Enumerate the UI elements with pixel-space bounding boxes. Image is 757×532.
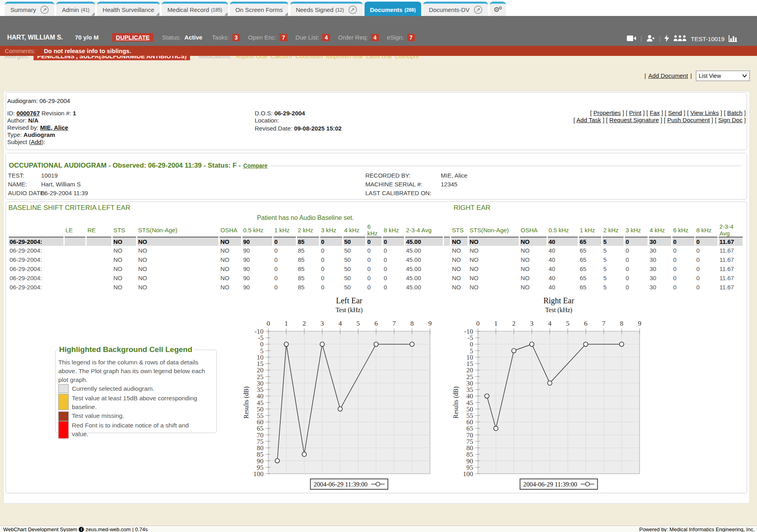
legend-swatch bbox=[58, 421, 69, 439]
left-ear-chart: Left EarTest (kHz)Results (dB)0123456789… bbox=[240, 296, 451, 495]
svg-text:100: 100 bbox=[463, 470, 474, 478]
svg-text:5: 5 bbox=[566, 320, 570, 327]
info-right-row: MACHINE SERIAL #:12345 bbox=[365, 180, 422, 188]
info-left-row: NAME:Hart, William S bbox=[8, 180, 27, 188]
flowsheet-icon[interactable] bbox=[729, 35, 737, 43]
cell-legend-item: Test value missing. bbox=[58, 411, 204, 421]
counter-label: Order Req: bbox=[338, 34, 368, 41]
tab-on-screen-forms[interactable]: On Screen Forms bbox=[230, 2, 288, 16]
doc-properties-link[interactable]: Properties bbox=[593, 109, 620, 116]
duplicate-flag[interactable]: DUPLICATE bbox=[112, 33, 153, 42]
external-link-icon[interactable]: ↗ bbox=[474, 6, 482, 14]
no-baseline-note: Patient has no Audio Baseline set. bbox=[244, 214, 367, 222]
legend-swatch bbox=[58, 411, 69, 421]
baseline-table-header: LERESTSSTS(Non-Age)OSHA0.5 kHz1 kHz2 kHz… bbox=[9, 223, 743, 237]
patient-header-icons: | | TEST-10019 bbox=[627, 34, 737, 43]
doc-type-line: Type: Audiogram bbox=[7, 131, 55, 139]
svg-text:4: 4 bbox=[548, 320, 552, 327]
document-toolbar: | Add Document | List View bbox=[642, 70, 750, 81]
svg-text:8: 8 bbox=[410, 320, 414, 327]
subject-add-link[interactable]: Add bbox=[31, 138, 42, 145]
group-icon[interactable] bbox=[673, 35, 687, 43]
view-select[interactable]: List View bbox=[696, 71, 750, 81]
external-link-icon[interactable]: ↗ bbox=[349, 6, 357, 14]
doc-fax-link[interactable]: Fax bbox=[650, 109, 660, 116]
add-document-link[interactable]: Add Document bbox=[648, 72, 688, 79]
doc-add-task-link[interactable]: Add Task bbox=[577, 117, 601, 123]
svg-text:7: 7 bbox=[392, 320, 396, 327]
svg-text:3: 3 bbox=[530, 320, 534, 327]
doc-sign-doc-link[interactable]: Sign Doc bbox=[718, 117, 743, 123]
svg-text:8: 8 bbox=[620, 320, 624, 327]
doc-view-links-link[interactable]: View Links bbox=[690, 109, 719, 116]
tab-medical-record[interactable]: Medical Record(185) bbox=[162, 2, 228, 16]
comments-text: Do not release info to siblings. bbox=[44, 46, 131, 56]
tab-needs-signed[interactable]: Needs Signed(12)↗ bbox=[290, 2, 363, 16]
comments-bar: Comments: Do not release info to sibling… bbox=[0, 46, 757, 56]
doc-author-line: Author: N/A bbox=[7, 117, 38, 125]
document-actions-row1: [ Properties ] [ Print ] [ Fax ] [ Send … bbox=[590, 109, 746, 117]
external-link-icon[interactable]: ↗ bbox=[40, 6, 49, 14]
doc-batch-link[interactable]: Batch bbox=[727, 109, 742, 116]
cell-legend-item: Test value at least 15dB above correspon… bbox=[58, 394, 204, 411]
baseline-table: LERESTSSTS(Non-Age)OSHA0.5 kHz1 kHz2 kHz… bbox=[8, 223, 744, 292]
tab-health-surveillance[interactable]: Health Surveillance bbox=[97, 2, 160, 16]
svg-text:Test (kHz): Test (kHz) bbox=[545, 307, 573, 314]
separator: | bbox=[659, 35, 660, 42]
legend-swatch bbox=[58, 394, 69, 410]
add-person-icon[interactable] bbox=[646, 35, 655, 43]
counter-badge[interactable]: 7 bbox=[407, 34, 415, 41]
tab-admin[interactable]: Admin(41) bbox=[56, 2, 95, 16]
footer-right: Powered by: Medical Informatics Engineer… bbox=[639, 526, 755, 532]
patient-name: HART, WILLIAM S. bbox=[7, 34, 63, 41]
svg-text:Right Ear: Right Ear bbox=[543, 296, 575, 305]
document-actions-row2: [ Add Task ] [ Request Signature ] [ Pus… bbox=[573, 117, 746, 124]
cell-legend-item: Currently selected audiogram. bbox=[58, 384, 204, 393]
baseline-table-row: 06-29-2004:NONONO900850500045.00NONONO40… bbox=[9, 246, 743, 255]
patient-header: HART, WILLIAM S. 70 y/o M DUPLICATE Stat… bbox=[0, 16, 757, 46]
revised-by-link[interactable]: MIE, Alice bbox=[40, 124, 68, 131]
info-icon[interactable]: i bbox=[79, 527, 84, 532]
counter-badge[interactable]: 3 bbox=[232, 34, 240, 41]
baseline-table-row: 06-29-2004:NONONO900850500045.00NONONO40… bbox=[9, 283, 743, 292]
baseline-table-row: 06-29-2004:NONONO900850500045.00NONONO40… bbox=[9, 255, 743, 264]
svg-text:2: 2 bbox=[512, 320, 516, 327]
counter-label: Tasks: bbox=[212, 34, 229, 41]
audiogram-header: OCCUPATIONAL AUDIOGRAM - Observed: 06-29… bbox=[9, 162, 741, 169]
svg-text:6: 6 bbox=[375, 320, 378, 327]
settings-gear-tab[interactable]: ⚙⚙ bbox=[490, 2, 506, 16]
doc-subject-line: Subject (Add): bbox=[7, 138, 45, 146]
document-id-link[interactable]: 0000767 bbox=[16, 110, 40, 117]
baseline-table-row: 06-29-2004:NONONO900850500045.00NONONO40… bbox=[9, 273, 743, 283]
quick-action-icon[interactable] bbox=[664, 35, 669, 43]
compare-link[interactable]: Compare bbox=[243, 162, 268, 169]
counter-badge[interactable]: 4 bbox=[371, 34, 379, 41]
svg-text:7: 7 bbox=[602, 320, 606, 327]
info-right-row: RECORDED BY:MIE, Alice bbox=[365, 172, 410, 180]
separator: | bbox=[640, 35, 642, 42]
tab-documents[interactable]: Documents(288) bbox=[365, 2, 422, 16]
tab-documents-dv[interactable]: Documents-DV↗ bbox=[423, 2, 488, 16]
doc-request-signature-link[interactable]: Request Signature bbox=[609, 117, 659, 123]
patient-counters: Tasks:3Open Enc:7Due List:4Order Req:4eS… bbox=[204, 34, 415, 41]
video-call-icon[interactable] bbox=[627, 35, 636, 43]
doc-print-link[interactable]: Print bbox=[629, 109, 642, 116]
webchart-app: Summary↗Admin(41)Health SurveillanceMedi… bbox=[0, 0, 757, 532]
baseline-table-row: 06-29-2004:NONONO900850500045.00NONONO40… bbox=[9, 264, 743, 273]
info-left-row: AUDIO DATE:06-29-2004 11:39 bbox=[8, 189, 46, 197]
svg-text:3: 3 bbox=[321, 320, 324, 327]
counter-badge[interactable]: 7 bbox=[279, 34, 287, 41]
counter-badge[interactable]: 4 bbox=[322, 34, 330, 41]
doc-send-link[interactable]: Send bbox=[668, 109, 682, 116]
comments-label: Comments: bbox=[5, 46, 36, 56]
doc-location-line: Location: bbox=[255, 117, 279, 125]
counter-label: Due List: bbox=[295, 34, 319, 41]
svg-text:4: 4 bbox=[339, 320, 342, 327]
svg-text:Results (dB): Results (dB) bbox=[243, 386, 250, 418]
svg-text:1: 1 bbox=[285, 320, 288, 327]
tab-summary[interactable]: Summary↗ bbox=[5, 2, 54, 16]
svg-text:Test (kHz): Test (kHz) bbox=[336, 307, 363, 314]
tab-bar: Summary↗Admin(41)Health SurveillanceMedi… bbox=[0, 0, 757, 16]
svg-text:2004-06-29 11:39:00: 2004-06-29 11:39:00 bbox=[523, 481, 577, 488]
doc-push-document-link[interactable]: Push Document bbox=[667, 117, 710, 123]
